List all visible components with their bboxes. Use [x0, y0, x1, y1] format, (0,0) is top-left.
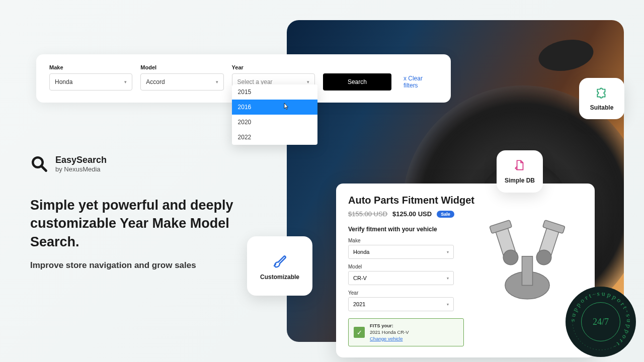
search-button[interactable]: Search: [323, 73, 391, 90]
model-value: Accord: [146, 78, 165, 85]
search-icon: [30, 155, 48, 173]
make-value: Honda: [55, 78, 72, 85]
svg-text:support·support·support·: support·support·support·: [569, 290, 633, 351]
year-option[interactable]: 2016: [232, 100, 317, 115]
tile-suitable: Suitable: [579, 78, 624, 119]
car-mirror: [536, 36, 596, 75]
year-field: Year Select a year ▾ 2015 2016 2020 2022: [232, 64, 315, 90]
svg-line-1: [42, 166, 46, 171]
tile-label: Simple DB: [505, 177, 535, 184]
support-badge: support·support·support· 24/7: [566, 287, 636, 357]
mini-make-field: Make Honda ▾: [348, 238, 454, 259]
tile-label: Suitable: [590, 104, 614, 111]
change-vehicle-link[interactable]: Change vehicle: [370, 336, 403, 341]
mini-model-label: Model: [348, 264, 454, 269]
mini-year-label: Year: [348, 290, 454, 296]
tile-simpledb: Simple DB: [497, 150, 543, 193]
brand-block: EasySearch by NexusMedia: [30, 155, 107, 173]
brush-icon: [271, 251, 288, 268]
search-bar: Make Honda ▾ Model Accord ▾ Year Select …: [36, 54, 451, 103]
check-icon: ✓: [354, 327, 365, 338]
chevron-down-icon: ▾: [447, 276, 449, 281]
puzzle-icon: [595, 86, 608, 99]
chevron-down-icon: ▾: [216, 79, 218, 84]
chevron-down-icon: ▾: [447, 250, 449, 254]
cursor-icon: [283, 103, 289, 112]
brand-name: EasySearch: [55, 155, 107, 165]
support-ring-text: support·support·support·: [566, 287, 636, 357]
mini-model-field: Model CR-V ▾: [348, 264, 454, 285]
year-label: Year: [232, 64, 315, 70]
fits-box: ✓ FITS your: 2021 Honda CR-V Change vehi…: [348, 318, 464, 346]
year-option[interactable]: 2022: [232, 130, 317, 145]
make-label: Make: [49, 64, 132, 70]
price-old: $155.00 USD: [348, 210, 387, 218]
headline: Simple yet powerful and deeply customiza…: [30, 196, 252, 251]
brand-byline: by NexusMedia: [55, 165, 107, 173]
year-dropdown: 2015 2016 2020 2022: [232, 84, 317, 145]
tile-customizable: Customizable: [247, 236, 312, 296]
model-select[interactable]: Accord ▾: [140, 73, 223, 90]
clear-filters-link[interactable]: x Clear filters: [404, 73, 438, 90]
price-new: $125.00 USD: [392, 210, 432, 218]
brand-text: EasySearch by NexusMedia: [55, 155, 107, 173]
product-card: Auto Parts Fitment Widget $155.00 USD $1…: [336, 184, 595, 357]
chevron-down-icon: ▾: [447, 302, 449, 307]
file-icon: [513, 159, 526, 172]
model-label: Model: [140, 64, 223, 70]
svg-rect-3: [522, 256, 533, 286]
subheadline: Improve store navigation and grow sales: [30, 260, 196, 270]
fits-text: FITS your: 2021 Honda CR-V Change vehicl…: [370, 323, 409, 342]
mini-make-label: Make: [348, 238, 454, 243]
chevron-down-icon: ▾: [124, 79, 127, 84]
model-field: Model Accord ▾: [140, 64, 223, 90]
tile-label: Customizable: [260, 274, 299, 281]
mini-year-select[interactable]: 2021 ▾: [348, 297, 454, 311]
sale-badge: Sale: [437, 211, 454, 218]
mini-make-select[interactable]: Honda ▾: [348, 245, 454, 259]
mini-model-select[interactable]: CR-V ▾: [348, 271, 454, 285]
make-select[interactable]: Honda ▾: [49, 73, 132, 90]
chevron-down-icon: ▾: [307, 79, 309, 84]
mini-year-field: Year 2021 ▾: [348, 290, 454, 311]
year-option[interactable]: 2020: [232, 115, 317, 130]
make-field: Make Honda ▾: [49, 64, 132, 90]
year-option[interactable]: 2015: [232, 84, 317, 100]
